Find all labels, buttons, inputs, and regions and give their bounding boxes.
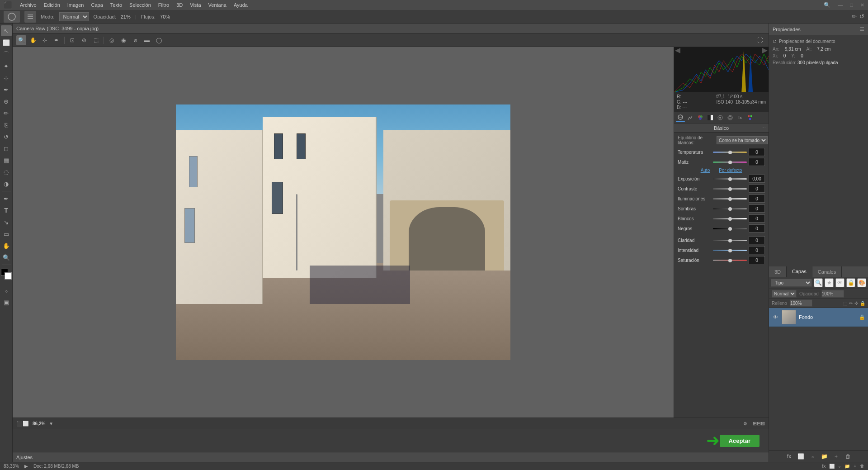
smudge-icon[interactable]: ↺ xyxy=(859,13,864,20)
ps-new-layer-icon[interactable]: + xyxy=(854,464,856,469)
brush-preset-icon[interactable] xyxy=(4,11,20,23)
contraste-value[interactable] xyxy=(749,185,765,193)
ps-fx-icon[interactable]: fx xyxy=(822,464,826,469)
quick-mask[interactable]: ⬦ xyxy=(1,285,12,296)
menu-archivo[interactable]: Archivo xyxy=(20,2,37,8)
lock-all-icon[interactable]: 🔒 xyxy=(860,301,865,306)
panel-calibrate-icon[interactable] xyxy=(745,113,755,122)
image-area[interactable] xyxy=(13,47,674,418)
hist-clipping-right[interactable] xyxy=(762,48,768,54)
wb-select[interactable]: Como se ha tomado xyxy=(717,136,768,144)
crop-tool[interactable]: ⊹ xyxy=(1,72,12,83)
layer-opacity-input[interactable] xyxy=(821,290,844,298)
ps-mask-icon[interactable]: ⬜ xyxy=(829,464,835,469)
sombras-track[interactable] xyxy=(713,208,747,209)
temperatura-thumb[interactable] xyxy=(728,151,732,154)
cr-zoom-dropdown[interactable]: ▼ xyxy=(49,421,53,426)
negros-thumb[interactable] xyxy=(728,227,732,231)
lasso-tool[interactable]: ⌒ xyxy=(1,49,12,60)
cr-transform[interactable]: ⬚ xyxy=(91,35,101,45)
shape-tool[interactable]: ▭ xyxy=(1,228,12,239)
cr-filter-icon[interactable]: ⚙ xyxy=(743,421,747,426)
move-tool[interactable]: ↖ xyxy=(1,25,12,36)
zoom-tool[interactable]: 🔍 xyxy=(1,252,12,263)
panel-tone-icon[interactable] xyxy=(686,113,695,122)
iluminaciones-value[interactable] xyxy=(749,195,765,203)
section-expand-icon[interactable]: ⋯ xyxy=(761,125,766,130)
layer-type-filter[interactable]: Tipo xyxy=(771,279,812,287)
menu-vista[interactable]: Vista xyxy=(190,2,201,8)
menu-capa[interactable]: Capa xyxy=(91,2,103,8)
window-close[interactable]: ✕ xyxy=(860,2,864,8)
contraste-thumb[interactable] xyxy=(728,187,732,191)
tab-capas[interactable]: Capas xyxy=(787,266,812,277)
delete-layer-button[interactable]: 🗑 xyxy=(844,452,853,461)
mode-select[interactable]: Normal xyxy=(59,12,89,21)
menu-edicion[interactable]: Edición xyxy=(44,2,60,8)
iluminaciones-track[interactable] xyxy=(713,198,747,199)
panel-basic-icon[interactable] xyxy=(676,113,685,122)
iluminaciones-thumb[interactable] xyxy=(728,197,732,201)
clone-tool[interactable]: ⎘ xyxy=(1,119,12,130)
menu-filtro[interactable]: Filtro xyxy=(158,2,169,8)
intensidad-value[interactable] xyxy=(749,246,765,254)
claridad-value[interactable] xyxy=(749,236,765,244)
menu-ayuda[interactable]: Ayuda xyxy=(234,2,248,8)
view-icons[interactable]: ⬛⬜ xyxy=(16,421,29,427)
add-adjustment-button[interactable]: ⬦ xyxy=(808,452,817,461)
eyedropper-tool[interactable]: ✒ xyxy=(1,84,12,95)
intensidad-thumb[interactable] xyxy=(728,249,732,252)
cr-wb-tool[interactable]: ⊹ xyxy=(40,35,50,45)
gradient-tool[interactable]: ▦ xyxy=(1,155,12,166)
menu-ventana[interactable]: Ventana xyxy=(208,2,226,8)
pen-tool[interactable]: ✒ xyxy=(1,193,12,204)
ps-adj-icon[interactable]: ⬦ xyxy=(838,464,841,469)
quick-select-tool[interactable]: ✦ xyxy=(1,61,12,71)
layer-eye-icon[interactable]: 👁 xyxy=(772,313,779,321)
properties-menu-icon[interactable]: ☰ xyxy=(860,26,864,32)
layer-mode-select[interactable]: Normal xyxy=(772,290,797,298)
lock-paint-icon[interactable]: ✏ xyxy=(849,301,853,306)
hand-tool[interactable]: ✋ xyxy=(1,240,12,251)
layer-fondo[interactable]: 👁 Fondo 🔒 xyxy=(769,308,868,327)
tab-canales[interactable]: Canales xyxy=(812,266,842,277)
layer-eye-filter[interactable]: 👁 xyxy=(835,278,844,287)
layer-star-icon[interactable]: ★ xyxy=(825,278,834,287)
ps-group-icon[interactable]: 📁 xyxy=(844,464,850,469)
default-link[interactable]: Por defecto xyxy=(719,168,742,173)
cr-adjust-brush[interactable]: ⌀ xyxy=(130,35,140,45)
lock-transparent-icon[interactable]: ⬚ xyxy=(843,301,847,306)
cr-color-sampler[interactable]: ✒ xyxy=(52,35,61,45)
dodge-tool[interactable]: ◑ xyxy=(1,178,12,189)
menu-3d[interactable]: 3D xyxy=(176,2,183,8)
panel-fx-icon[interactable]: fx xyxy=(736,113,745,122)
claridad-track[interactable] xyxy=(713,240,747,241)
text-tool[interactable]: T xyxy=(1,205,12,216)
lock-move-icon[interactable]: ✜ xyxy=(854,301,858,306)
negros-value[interactable] xyxy=(749,224,765,233)
blur-tool[interactable]: ◌ xyxy=(1,166,12,177)
sombras-thumb[interactable] xyxy=(728,207,732,211)
blancos-thumb[interactable] xyxy=(728,217,732,221)
cr-fullscreen[interactable]: ⛶ xyxy=(755,35,765,45)
exposicion-value[interactable] xyxy=(749,175,765,183)
temperatura-track[interactable] xyxy=(713,152,747,153)
layer-color-filter[interactable]: 🎨 xyxy=(857,278,866,287)
cr-zoom-tool[interactable]: 🔍 xyxy=(16,35,26,45)
cr-straighten[interactable]: ⊘ xyxy=(79,35,89,45)
search-icon[interactable]: 🔍 xyxy=(824,2,830,8)
menu-imagen[interactable]: Imagen xyxy=(67,2,84,8)
auto-link[interactable]: Auto xyxy=(701,168,710,173)
ps-delete-icon[interactable]: 🗑 xyxy=(860,464,864,469)
matiz-thumb[interactable] xyxy=(728,161,732,164)
menu-seleccion[interactable]: Selección xyxy=(129,2,151,8)
panel-split-icon[interactable] xyxy=(706,113,715,122)
blancos-value[interactable] xyxy=(749,214,765,223)
path-selection[interactable]: ↘ xyxy=(1,217,12,228)
hist-clipping-left[interactable] xyxy=(675,48,680,54)
heal-tool[interactable]: ⊕ xyxy=(1,96,12,107)
intensidad-track[interactable] xyxy=(713,250,747,251)
panel-lens-icon[interactable] xyxy=(726,113,735,122)
panel-hsl-icon[interactable] xyxy=(696,113,705,122)
add-fx-button[interactable]: fx xyxy=(785,452,794,461)
